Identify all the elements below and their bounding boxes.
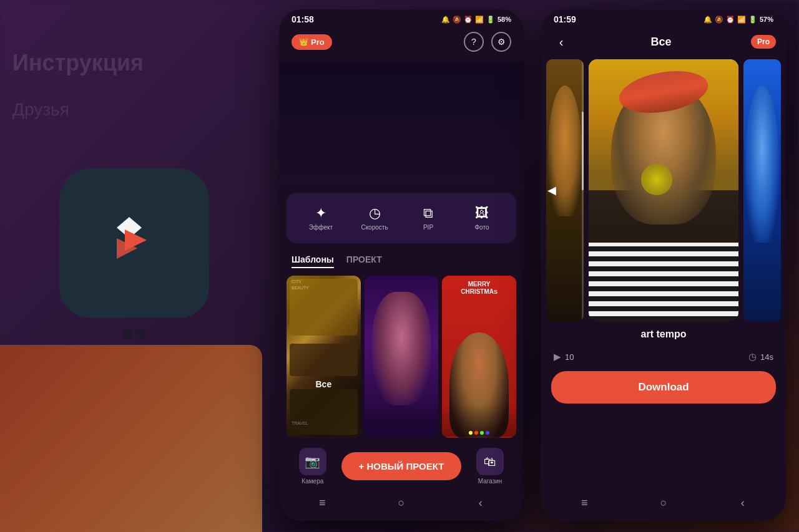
duration-stat: ◷ 14s bbox=[748, 351, 773, 362]
speed-label: Скорость bbox=[361, 224, 388, 231]
back-chevron-icon: ‹ bbox=[559, 35, 564, 49]
template-stats: ▶ 10 ◷ 14s bbox=[541, 351, 786, 362]
carousel-progress-bar bbox=[582, 59, 584, 321]
phone2-title: Все bbox=[650, 36, 671, 49]
android-back-btn[interactable]: ‹ bbox=[468, 493, 493, 512]
phone1-battery-pct: 58% bbox=[498, 16, 511, 23]
pro-label-2: Pro bbox=[757, 37, 770, 46]
header-action-icons: ? ⚙ bbox=[464, 32, 511, 52]
android-menu-btn[interactable]: ≡ bbox=[310, 493, 335, 512]
android-menu-btn-2[interactable]: ≡ bbox=[572, 493, 597, 512]
gear-icon: ⚙ bbox=[498, 37, 506, 47]
phone1-bottom-nav: 📷 Камера + НОВЫЙ ПРОЕКТ 🛍 Магазин bbox=[279, 440, 524, 490]
store-label: Магазин bbox=[478, 478, 502, 485]
phone1-video-preview bbox=[279, 62, 524, 186]
phone2-battery-pct: 57% bbox=[760, 16, 773, 23]
phone1-time: 01:58 bbox=[292, 14, 314, 24]
bell-icon-2: 🔔 bbox=[703, 16, 712, 24]
phone2-header: ‹ Все Pro bbox=[541, 27, 786, 59]
help-button[interactable]: ? bbox=[464, 32, 484, 52]
back-button[interactable]: ‹ bbox=[551, 32, 571, 52]
signal-icon-2: 📶 bbox=[737, 16, 746, 24]
settings-button[interactable]: ⚙ bbox=[491, 32, 511, 52]
battery-icon: 🔋 bbox=[486, 16, 495, 24]
home-icon-2: ○ bbox=[660, 496, 667, 510]
carousel-prev-arrow[interactable]: ◀ bbox=[547, 183, 556, 197]
phone2-time: 01:59 bbox=[554, 14, 576, 24]
mute-icon-2: 🔕 bbox=[715, 16, 723, 24]
pro-label: Pro bbox=[311, 37, 325, 47]
stripe-pattern bbox=[589, 243, 738, 321]
pro-badge[interactable]: 👑 Pro bbox=[292, 34, 332, 50]
phone1-status-bar: 01:58 🔔 🔕 ⏰ 📶 🔋 58% bbox=[279, 9, 524, 27]
travel-tag: TRAVEL bbox=[292, 421, 308, 425]
store-icon: 🛍 bbox=[484, 455, 496, 469]
carousel-progress-fill bbox=[582, 112, 584, 190]
carousel-left-card[interactable]: ◀ bbox=[546, 59, 584, 321]
menu-icon: ≡ bbox=[319, 496, 326, 510]
download-label: Download bbox=[638, 381, 689, 393]
carousel-main-card[interactable] bbox=[589, 59, 738, 321]
back-icon-2: ‹ bbox=[741, 496, 745, 510]
new-project-label: + НОВЫЙ ПРОЕКТ bbox=[359, 461, 444, 472]
feature-pip[interactable]: ⧉ PIP bbox=[404, 200, 453, 236]
photo-icon: 🖼 bbox=[475, 205, 489, 221]
phone1-status-icons: 🔔 🔕 ⏰ 📶 🔋 58% bbox=[441, 16, 511, 24]
store-icon-btn[interactable]: 🛍 bbox=[476, 448, 504, 475]
app-icon-bg bbox=[59, 168, 209, 318]
beauty-tag: BEAUTY bbox=[292, 286, 309, 290]
carousel-right-card[interactable] bbox=[743, 59, 781, 321]
template-name: art tempo bbox=[554, 329, 773, 340]
effect-label: Эффект bbox=[309, 224, 333, 231]
effect-icon: ✦ bbox=[315, 205, 326, 221]
camera-icon: 📷 bbox=[305, 454, 320, 469]
feature-speed[interactable]: ◷ Скорость bbox=[350, 200, 399, 236]
carousel-area: ◀ bbox=[541, 59, 786, 321]
android-home-btn[interactable]: ○ bbox=[389, 493, 414, 512]
store-nav-btn[interactable]: 🛍 Магазин bbox=[476, 448, 504, 485]
christmas-title: MERRY CHRISTMAS bbox=[442, 281, 516, 296]
back-icon: ‹ bbox=[479, 496, 483, 510]
pip-label: PIP bbox=[423, 224, 433, 231]
alarm-icon: ⏰ bbox=[464, 16, 473, 24]
clock-icon: ◷ bbox=[748, 351, 757, 362]
bell-icon: 🔔 bbox=[441, 16, 450, 24]
bg-cat bbox=[0, 345, 262, 532]
pip-icon: ⧉ bbox=[423, 205, 433, 221]
phone-1: 01:58 🔔 🔕 ⏰ 📶 🔋 58% 👑 Pro ? ⚙ ✦ bbox=[279, 9, 524, 521]
camera-icon-btn[interactable]: 📷 bbox=[299, 448, 326, 475]
alarm-icon-2: ⏰ bbox=[726, 16, 735, 24]
signal-icon: 📶 bbox=[475, 16, 484, 24]
pro-badge-2[interactable]: Pro bbox=[751, 35, 776, 49]
tab-templates[interactable]: Шаблоны bbox=[292, 254, 334, 268]
bg-text-2: Друзья bbox=[12, 100, 69, 120]
crown-icon: 👑 bbox=[299, 37, 308, 46]
phone-2: 01:59 🔔 🔕 ⏰ 📶 🔋 57% ‹ Все Pro bbox=[541, 9, 786, 521]
feature-effect[interactable]: ✦ Эффект bbox=[297, 200, 345, 236]
app-sub-logo: ≋≋ bbox=[120, 326, 148, 343]
download-button[interactable]: Download bbox=[551, 371, 776, 404]
phone2-status-bar: 01:59 🔔 🔕 ⏰ 📶 🔋 57% bbox=[541, 9, 786, 27]
app-logo-svg bbox=[97, 206, 172, 281]
new-project-button[interactable]: + НОВЫЙ ПРОЕКТ bbox=[341, 452, 462, 480]
camera-nav-btn[interactable]: 📷 Камера bbox=[299, 448, 326, 485]
tab-project[interactable]: ПРОЕКТ bbox=[346, 254, 382, 268]
template-card-christmas[interactable]: MERRY CHRISTMAS bbox=[442, 276, 516, 438]
android-back-btn-2[interactable]: ‹ bbox=[730, 493, 755, 512]
city-tag: CITY bbox=[292, 279, 301, 284]
phone1-android-nav: ≡ ○ ‹ bbox=[279, 490, 524, 516]
camera-label: Камера bbox=[301, 478, 323, 485]
clips-icon: ▶ bbox=[554, 351, 561, 362]
phone1-header: 👑 Pro ? ⚙ bbox=[279, 27, 524, 62]
feature-photo[interactable]: 🖼 Фото bbox=[458, 200, 506, 236]
mute-icon: 🔕 bbox=[453, 16, 461, 24]
clips-stat: ▶ 10 bbox=[554, 351, 574, 362]
home-icon: ○ bbox=[398, 496, 405, 510]
template-card-rhythmic[interactable]: Rhythmic bbox=[365, 276, 439, 438]
template-card-all[interactable]: CITY BEAUTY TRAVEL Все bbox=[287, 276, 361, 438]
template-info: art tempo bbox=[541, 321, 786, 351]
android-home-btn-2[interactable]: ○ bbox=[651, 493, 676, 512]
battery-icon-2: 🔋 bbox=[748, 16, 757, 24]
app-icon-container: ≋≋ bbox=[59, 168, 209, 318]
template-all-label: Все bbox=[315, 379, 331, 389]
